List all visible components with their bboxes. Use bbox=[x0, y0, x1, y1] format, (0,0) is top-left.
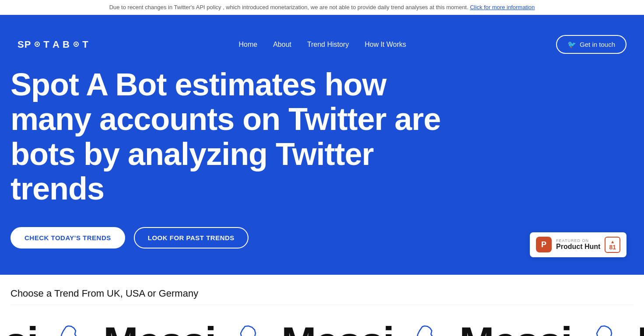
twitter-icon: 🐦 bbox=[567, 40, 576, 49]
list-item: Messi bbox=[99, 321, 220, 336]
ph-logo: P bbox=[536, 237, 552, 252]
list-item: Messi bbox=[277, 321, 398, 336]
list-item bbox=[407, 318, 446, 336]
announcement-text: Due to recent changes in Twitter's API p… bbox=[109, 4, 469, 10]
uk-flag-icon bbox=[57, 325, 84, 336]
list-item: Messi bbox=[455, 321, 576, 336]
list-item bbox=[585, 318, 624, 336]
ticker-text-3: Messi bbox=[281, 321, 394, 336]
ticker-text-2: Messi bbox=[103, 321, 216, 336]
ph-votes: ▲ 81 bbox=[605, 237, 620, 253]
list-item: si bbox=[0, 321, 42, 336]
announcement-link[interactable]: Click for more information bbox=[470, 4, 535, 10]
ticker-text-1: si bbox=[4, 321, 38, 336]
cta-label: Get in touch bbox=[580, 41, 615, 48]
ticker-wrapper: si Messi Messi Messi bbox=[0, 314, 644, 336]
hero-content: Spot A Bot estimates how many accounts o… bbox=[10, 67, 634, 248]
ticker-text-4: Messi bbox=[459, 321, 572, 336]
check-trends-button[interactable]: CHECK TODAY'S TRENDS bbox=[10, 227, 125, 248]
past-trends-button[interactable]: LOOK FOR PAST TRENDS bbox=[134, 227, 248, 248]
product-hunt-badge[interactable]: P FEATURED ON Product Hunt ▲ 81 bbox=[530, 232, 626, 257]
de-flag-icon-2 bbox=[592, 325, 618, 336]
ph-count: 81 bbox=[609, 244, 616, 250]
hero-title: Spot A Bot estimates how many accounts o… bbox=[10, 67, 457, 206]
uk-flag-icon-2 bbox=[413, 325, 440, 336]
ph-featured-label: FEATURED ON bbox=[556, 238, 600, 243]
ph-text: FEATURED ON Product Hunt bbox=[556, 238, 600, 251]
ticker-text-5: M bbox=[637, 321, 644, 336]
navbar: SP T A B T Home About Trend History How … bbox=[0, 29, 644, 60]
trends-section: Choose a Trend From UK, USA or Germany bbox=[0, 275, 644, 305]
list-item bbox=[229, 318, 268, 336]
logo[interactable]: SP T A B T bbox=[18, 39, 89, 50]
list-item: M bbox=[633, 321, 644, 336]
nav-links: Home About Trend History How It Works bbox=[239, 41, 406, 49]
hero-section: SP T A B T Home About Trend History How … bbox=[0, 15, 644, 275]
de-flag-icon bbox=[235, 325, 262, 336]
get-in-touch-button[interactable]: 🐦 Get in touch bbox=[556, 35, 626, 54]
nav-how-it-works[interactable]: How It Works bbox=[364, 41, 406, 48]
ticker-track: si Messi Messi Messi bbox=[0, 318, 644, 336]
nav-trend-history[interactable]: Trend History bbox=[307, 41, 349, 48]
nav-about[interactable]: About bbox=[273, 41, 291, 48]
nav-home[interactable]: Home bbox=[239, 41, 258, 48]
list-item bbox=[51, 318, 90, 336]
logo-text: SP T A B T bbox=[18, 39, 89, 50]
trends-section-title: Choose a Trend From UK, USA or Germany bbox=[10, 288, 634, 305]
announcement-bar: Due to recent changes in Twitter's API p… bbox=[0, 0, 644, 15]
ph-name: Product Hunt bbox=[556, 243, 600, 251]
